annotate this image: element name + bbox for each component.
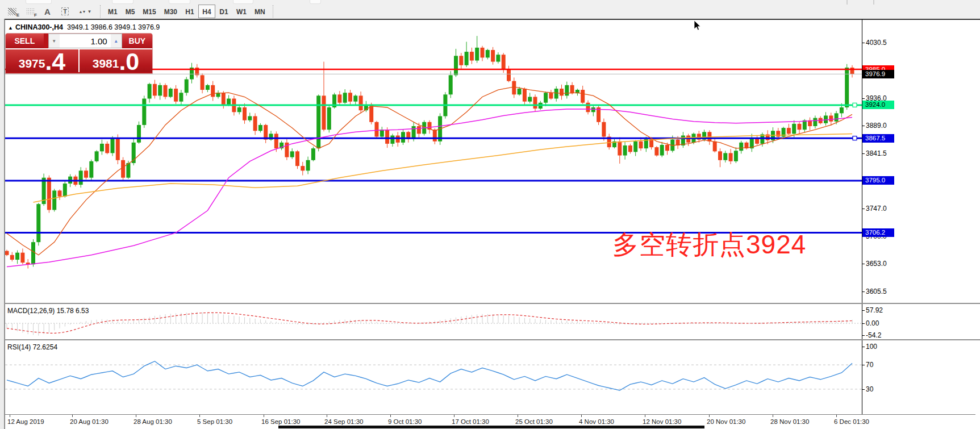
price-tick-label: 3605.5 — [866, 288, 887, 295]
hatch-glyph — [8, 8, 16, 15]
macd-tick-mark — [862, 323, 865, 324]
sell-price-pips: .4 — [45, 51, 65, 72]
time-tick-mark — [645, 415, 645, 417]
level-price-badge: 3795.0 — [862, 176, 894, 185]
chevron-down-icon: ▼ — [87, 9, 91, 14]
toolbar-separator — [273, 5, 273, 18]
macd-indicator-canvas[interactable] — [5, 305, 862, 339]
arrange-icon[interactable]: ▲▼ ▼ — [74, 5, 97, 18]
indicators-icon[interactable]: E — [3, 5, 21, 18]
one-click-trading-panel: SELL ▼ ▲ BUY 3975.4 3981.0 — [6, 34, 152, 73]
time-tick-label: 25 Oct 01:30 — [515, 418, 553, 425]
timeframe-button-m1[interactable]: M1 — [104, 5, 122, 18]
price-tick-label: 4030.5 — [866, 39, 887, 47]
volume-input[interactable] — [60, 34, 111, 48]
chart-text-annotation[interactable]: 多空转折点3924 — [612, 227, 806, 263]
timeframe-button-w1[interactable]: W1 — [232, 5, 251, 18]
price-tick-mark — [862, 291, 865, 292]
symbol-name: CHINA300-,H4 — [15, 23, 63, 31]
rsi-axis-label: 100 — [866, 343, 877, 351]
panel-separator[interactable] — [5, 339, 980, 340]
time-tick-mark — [390, 415, 391, 417]
time-tick-label: 6 Dec 01:30 — [834, 418, 869, 425]
text-label-icon[interactable]: A — [39, 5, 56, 18]
time-tick-label: 4 Nov 01:30 — [579, 418, 614, 425]
indicators-icon-sub: E — [16, 13, 19, 18]
time-tick-mark — [10, 415, 10, 417]
price-tick-label: 3653.0 — [866, 260, 887, 268]
time-tick-label: 17 Oct 01:30 — [452, 418, 489, 425]
volume-increase-button[interactable]: ▲ — [111, 34, 122, 48]
current-price-badge: 3976.9 — [862, 70, 894, 78]
time-tick-mark — [72, 415, 73, 417]
buy-price-main: 3981 — [93, 57, 119, 70]
timeframe-button-m5[interactable]: M5 — [122, 5, 139, 18]
price-tick-mark — [862, 264, 865, 264]
sell-button[interactable]: SELL — [6, 34, 44, 48]
buy-price-pips: .0 — [119, 51, 139, 72]
timeframe-button-m30[interactable]: M30 — [160, 5, 181, 18]
macd-axis-label: 0.00 — [866, 319, 879, 327]
time-tick-mark — [199, 415, 200, 417]
mouse-cursor — [694, 20, 702, 32]
price-tick-mark — [862, 126, 865, 126]
rsi-tick-mark — [862, 389, 865, 390]
clipped-toolbar-fragment — [112, 0, 134, 4]
ohlc-values: 3949.1 3986.6 3949.1 3976.9 — [67, 23, 160, 31]
price-tick-label: 3889.0 — [866, 122, 887, 130]
buy-price-display[interactable]: 3981.0 — [80, 49, 152, 72]
price-axis-line — [862, 19, 862, 414]
macd-tick-mark — [862, 310, 865, 311]
clipped-toolbar-fragment — [233, 0, 253, 4]
time-tick-mark — [264, 415, 264, 417]
sell-price-display[interactable]: 3975.4 — [6, 49, 80, 72]
macd-axis-label: 57.92 — [866, 306, 883, 314]
clipped-toolbar-fragment — [26, 0, 52, 4]
panel-separator[interactable] — [5, 303, 980, 304]
volume-decrease-button[interactable]: ▼ — [49, 34, 60, 48]
time-tick-mark — [836, 415, 837, 417]
price-tick-mark — [862, 153, 865, 154]
collapse-triangle-icon[interactable]: ▲ — [8, 25, 13, 31]
price-tick-mark — [862, 98, 865, 99]
grid-icon[interactable]: F — [21, 5, 39, 18]
text-box-icon[interactable]: T — [56, 5, 74, 18]
toolbar-edge-mark — [873, 0, 874, 5]
dots-glyph — [26, 8, 34, 15]
price-tick-mark — [862, 43, 865, 43]
time-tick-label: 20 Nov 01:30 — [707, 418, 745, 425]
time-tick-mark — [327, 415, 327, 417]
time-tick-label: 20 Aug 01:30 — [70, 418, 109, 425]
timeframe-button-d1[interactable]: D1 — [215, 5, 232, 18]
price-tick-label: 3841.5 — [866, 149, 887, 157]
clipped-toolbar-fragment — [310, 0, 321, 4]
time-tick-label: 12 Aug 2019 — [7, 418, 44, 425]
macd-axis-label: -54.2 — [866, 331, 881, 339]
buy-button[interactable]: BUY — [122, 34, 152, 48]
time-tick-label: 28 Nov 01:30 — [770, 418, 809, 425]
text-box-glyph: T — [61, 7, 69, 15]
time-tick-mark — [709, 415, 710, 417]
time-tick-label: 16 Sep 01:30 — [261, 418, 300, 425]
rsi-line — [7, 361, 852, 390]
time-tick-mark — [454, 415, 454, 417]
chart-title: ▲CHINA300-,H4 3949.1 3986.6 3949.1 3976.… — [8, 23, 160, 31]
timeframe-button-h4[interactable]: H4 — [198, 5, 215, 18]
timeframe-button-group: M1M5M15M30H1H4D1W1MN — [104, 5, 269, 18]
rsi-axis-label: 30 — [866, 385, 873, 393]
rsi-indicator-canvas[interactable] — [5, 341, 862, 414]
price-tick-label: 3747.0 — [866, 205, 887, 213]
time-tick-mark — [773, 415, 773, 417]
clipped-toolbar-fragment — [169, 0, 190, 4]
macd-label: MACD(12,26,9) 15.78 6.53 — [7, 307, 89, 315]
time-tick-mark — [581, 415, 582, 417]
top-toolbar: E F A T ▲▼ ▼ M1M5M15M30H1H4D1W1MN — [0, 0, 980, 19]
timeframe-button-m15[interactable]: M15 — [139, 5, 160, 18]
time-tick-label: 24 Sep 01:30 — [324, 418, 363, 425]
time-tick-label: 12 Nov 01:30 — [643, 418, 681, 425]
rsi-tick-mark — [862, 365, 865, 365]
timeframe-button-mn[interactable]: MN — [251, 5, 269, 18]
timeframe-button-h1[interactable]: H1 — [181, 5, 198, 18]
toolbar-edge-mark — [846, 0, 848, 5]
rsi-tick-mark — [862, 347, 865, 347]
